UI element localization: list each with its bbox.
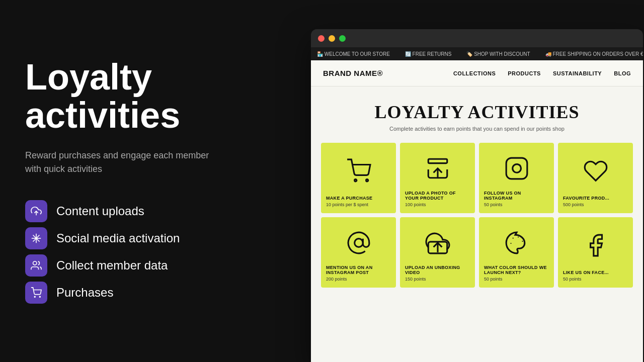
loyalty-sub: Complete activities to earn points that … <box>321 126 633 132</box>
card-title-4: FAVOURITE PROD... <box>563 196 609 201</box>
purchases-label: Purchases <box>56 286 113 300</box>
unboxing-card-icon <box>405 225 470 260</box>
card-title-7: WHAT COLOR SHOULD WE LAUNCH NEXT? <box>484 265 549 275</box>
activities-grid-row2: MENTION US ON AN INSTAGRAM POST 200 poin… <box>321 217 633 288</box>
upload-icon <box>31 206 42 217</box>
ticker-bar: 🏪 WELCOME TO OUR STORE 🔄 FREE RETURNS 🏷️… <box>311 47 643 60</box>
store-nav-links: COLLECTIONS PRODUCTS SUSTAINABILITY BLOG <box>453 70 631 76</box>
collect-data-icon-wrap <box>25 254 47 277</box>
svg-point-20 <box>510 243 511 244</box>
activities-grid-row1: MAKE A PURCHASE 10 points per $ spent <box>321 143 633 213</box>
card-points-3: 50 points <box>484 202 503 207</box>
ticker-item-4: 🚚 FREE SHIPPING ON ORDERS OVER €150 <box>545 51 643 57</box>
svg-rect-11 <box>428 159 447 163</box>
browser-content: 🏪 WELCOME TO OUR STORE 🔄 FREE RETURNS 🏷️… <box>311 47 643 362</box>
activity-item-purchases[interactable]: Purchases <box>25 282 286 304</box>
nav-collections[interactable]: COLLECTIONS <box>453 70 496 76</box>
social-media-label: Social media activation <box>56 231 180 245</box>
subtitle: Reward purchases and engage each member … <box>25 149 216 176</box>
svg-point-18 <box>522 240 523 241</box>
card-upload-photo[interactable]: UPLOAD A PHOTO OF YOUR PRODUCT 100 point… <box>400 143 475 213</box>
svg-point-7 <box>39 296 40 297</box>
card-points-1: 10 points per $ spent <box>326 202 368 207</box>
main-title: Loyalty activities <box>25 58 286 134</box>
card-title-3: FOLLOW US ON INSTAGRAM <box>484 191 549 201</box>
nav-sustainability[interactable]: SUSTAINABILITY <box>553 70 602 76</box>
content-uploads-label: Content uploads <box>56 204 144 218</box>
card-title-6: UPLOAD AN UNBOXING VIDEO <box>405 265 470 275</box>
store-main: LOYALTY ACTIVITIES Complete activities t… <box>311 86 643 298</box>
users-icon <box>31 260 42 271</box>
card-palette[interactable]: WHAT COLOR SHOULD WE LAUNCH NEXT? 50 poi… <box>479 217 554 288</box>
card-points-2: 100 points <box>405 202 426 207</box>
store-brand[interactable]: BRAND NAME® <box>323 69 383 77</box>
instagram-card-icon <box>484 151 549 186</box>
svg-point-8 <box>354 179 356 181</box>
card-points-6: 150 points <box>405 277 426 282</box>
close-button[interactable] <box>318 35 325 42</box>
card-title-1: MAKE A PURCHASE <box>326 196 372 201</box>
cart-card-icon <box>326 151 391 191</box>
maximize-button[interactable] <box>339 35 346 42</box>
svg-point-5 <box>33 261 37 264</box>
svg-point-19 <box>512 237 513 238</box>
ticker-item-3: 🏷️ SHOP WITH DISCOUNT <box>466 51 530 57</box>
cart-icon <box>31 287 42 298</box>
card-points-8: 50 points <box>563 277 582 282</box>
card-unboxing-video[interactable]: UPLOAD AN UNBOXING VIDEO 150 points <box>400 217 475 288</box>
nav-products[interactable]: PRODUCTS <box>508 70 541 76</box>
card-points-4: 500 points <box>563 202 584 207</box>
svg-point-6 <box>34 296 35 297</box>
activity-item-collect-data[interactable]: Collect member data <box>25 254 286 277</box>
card-follow-instagram[interactable]: FOLLOW US ON INSTAGRAM 50 points <box>479 143 554 213</box>
minimize-button[interactable] <box>329 35 335 42</box>
content-uploads-icon-wrap <box>25 200 47 222</box>
facebook-card-icon <box>563 225 628 265</box>
browser-titlebar <box>311 29 643 47</box>
card-points-7: 50 points <box>484 277 503 282</box>
svg-rect-12 <box>506 158 527 179</box>
loyalty-heading: LOYALTY ACTIVITIES <box>321 102 633 123</box>
ticker-item-2: 🔄 FREE RETURNS <box>405 51 452 57</box>
ticker-inner: 🏪 WELCOME TO OUR STORE 🔄 FREE RETURNS 🏷️… <box>311 51 643 57</box>
card-title-2: UPLOAD A PHOTO OF YOUR PRODUCT <box>405 191 470 201</box>
card-make-purchase[interactable]: MAKE A PURCHASE 10 points per $ spent <box>321 143 396 213</box>
card-favourite[interactable]: FAVOURITE PROD... 500 points <box>558 143 633 213</box>
upload-card-icon <box>405 151 470 186</box>
social-media-icon-wrap <box>25 227 47 249</box>
card-points-5: 200 points <box>326 277 347 282</box>
purchases-icon-wrap <box>25 282 47 304</box>
mention-card-icon <box>326 225 391 260</box>
asterisk-icon <box>31 233 42 244</box>
nav-blog[interactable]: BLOG <box>614 70 631 76</box>
activity-item-social-media[interactable]: Social media activation <box>25 227 286 249</box>
card-like-facebook[interactable]: LIKE US ON FACE... 50 points <box>558 217 633 288</box>
left-panel: Loyalty activities Reward purchases and … <box>0 0 311 362</box>
ticker-item-1: 🏪 WELCOME TO OUR STORE <box>317 51 390 57</box>
favourite-card-icon <box>563 151 628 191</box>
browser-window: 🏪 WELCOME TO OUR STORE 🔄 FREE RETURNS 🏷️… <box>311 29 643 362</box>
store-nav: BRAND NAME® COLLECTIONS PRODUCTS SUSTAIN… <box>311 60 643 86</box>
svg-point-9 <box>366 179 368 181</box>
right-panel: 🏪 WELCOME TO OUR STORE 🔄 FREE RETURNS 🏷️… <box>311 0 644 362</box>
palette-card-icon <box>484 225 549 260</box>
activity-item-content-uploads[interactable]: Content uploads <box>25 200 286 222</box>
card-title-8: LIKE US ON FACE... <box>563 270 609 275</box>
card-mention-instagram[interactable]: MENTION US ON AN INSTAGRAM POST 200 poin… <box>321 217 396 288</box>
card-title-5: MENTION US ON AN INSTAGRAM POST <box>326 265 391 275</box>
activity-list: Content uploads Social media activation <box>25 200 286 304</box>
svg-point-17 <box>518 236 519 237</box>
collect-data-label: Collect member data <box>56 258 168 273</box>
svg-point-14 <box>354 238 363 247</box>
